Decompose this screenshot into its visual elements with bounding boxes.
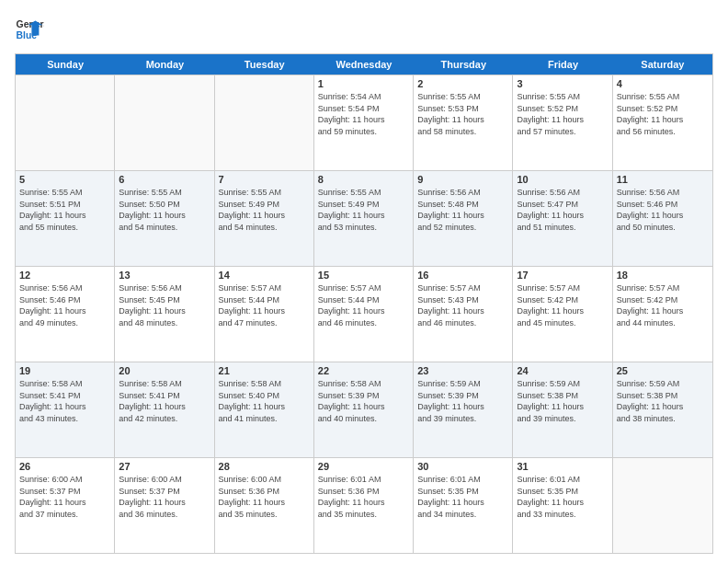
calendar-cell: 25Sunrise: 5:59 AM Sunset: 5:38 PM Dayli… (613, 362, 712, 457)
day-info: Sunrise: 6:01 AM Sunset: 5:36 PM Dayligh… (318, 474, 409, 520)
calendar-row: 1Sunrise: 5:54 AM Sunset: 5:54 PM Daylig… (16, 75, 712, 170)
day-number: 28 (219, 461, 310, 472)
calendar-row: 5Sunrise: 5:55 AM Sunset: 5:51 PM Daylig… (16, 170, 712, 266)
day-number: 2 (417, 78, 508, 89)
calendar-cell: 2Sunrise: 5:55 AM Sunset: 5:53 PM Daylig… (414, 75, 513, 170)
calendar-cell: 7Sunrise: 5:55 AM Sunset: 5:49 PM Daylig… (215, 171, 314, 266)
day-info: Sunrise: 5:57 AM Sunset: 5:44 PM Dayligh… (318, 282, 409, 328)
calendar-cell: 10Sunrise: 5:56 AM Sunset: 5:47 PM Dayli… (513, 171, 612, 266)
day-info: Sunrise: 5:55 AM Sunset: 5:53 PM Dayligh… (417, 91, 508, 137)
weekday-header: Friday (513, 54, 612, 75)
day-info: Sunrise: 5:56 AM Sunset: 5:46 PM Dayligh… (617, 187, 709, 233)
day-number: 9 (417, 174, 508, 185)
day-number: 3 (517, 78, 608, 89)
day-number: 26 (19, 461, 110, 472)
day-info: Sunrise: 5:55 AM Sunset: 5:49 PM Dayligh… (318, 187, 409, 233)
day-number: 31 (517, 461, 608, 472)
calendar-row: 26Sunrise: 6:00 AM Sunset: 5:37 PM Dayli… (16, 457, 712, 553)
day-number: 18 (617, 270, 709, 281)
calendar-cell (613, 458, 712, 553)
day-number: 4 (617, 78, 709, 89)
calendar-row: 19Sunrise: 5:58 AM Sunset: 5:41 PM Dayli… (16, 362, 712, 457)
day-number: 10 (517, 174, 608, 185)
calendar-cell (16, 75, 115, 170)
day-number: 14 (219, 270, 310, 281)
day-info: Sunrise: 5:56 AM Sunset: 5:46 PM Dayligh… (19, 282, 110, 328)
calendar-cell: 17Sunrise: 5:57 AM Sunset: 5:42 PM Dayli… (513, 267, 612, 362)
calendar-cell: 27Sunrise: 6:00 AM Sunset: 5:37 PM Dayli… (115, 458, 214, 553)
day-info: Sunrise: 5:58 AM Sunset: 5:39 PM Dayligh… (318, 378, 409, 424)
day-number: 7 (219, 174, 310, 185)
calendar-cell: 8Sunrise: 5:55 AM Sunset: 5:49 PM Daylig… (314, 171, 414, 266)
weekday-header: Tuesday (215, 54, 314, 75)
calendar-cell: 1Sunrise: 5:54 AM Sunset: 5:54 PM Daylig… (314, 75, 414, 170)
day-info: Sunrise: 6:00 AM Sunset: 5:37 PM Dayligh… (119, 474, 210, 520)
day-number: 21 (219, 365, 310, 376)
calendar-cell: 24Sunrise: 5:59 AM Sunset: 5:38 PM Dayli… (513, 362, 612, 457)
day-info: Sunrise: 5:56 AM Sunset: 5:47 PM Dayligh… (517, 187, 608, 233)
calendar-cell (215, 75, 314, 170)
page: General Blue SundayMondayTuesdayWednesda… (0, 0, 728, 563)
day-info: Sunrise: 5:55 AM Sunset: 5:51 PM Dayligh… (19, 187, 110, 233)
day-number: 27 (119, 461, 210, 472)
day-info: Sunrise: 5:55 AM Sunset: 5:52 PM Dayligh… (617, 91, 709, 137)
calendar-cell: 4Sunrise: 5:55 AM Sunset: 5:52 PM Daylig… (613, 75, 712, 170)
day-info: Sunrise: 6:01 AM Sunset: 5:35 PM Dayligh… (417, 474, 508, 520)
day-number: 24 (517, 365, 608, 376)
day-number: 12 (19, 270, 110, 281)
calendar-cell: 20Sunrise: 5:58 AM Sunset: 5:41 PM Dayli… (115, 362, 214, 457)
day-info: Sunrise: 5:57 AM Sunset: 5:42 PM Dayligh… (517, 282, 608, 328)
calendar-cell: 12Sunrise: 5:56 AM Sunset: 5:46 PM Dayli… (16, 267, 115, 362)
day-info: Sunrise: 5:55 AM Sunset: 5:52 PM Dayligh… (517, 91, 608, 137)
day-info: Sunrise: 5:58 AM Sunset: 5:41 PM Dayligh… (19, 378, 110, 424)
weekday-header: Wednesday (314, 54, 414, 75)
calendar-cell: 29Sunrise: 6:01 AM Sunset: 5:36 PM Dayli… (314, 458, 414, 553)
calendar-cell: 19Sunrise: 5:58 AM Sunset: 5:41 PM Dayli… (16, 362, 115, 457)
calendar-cell: 15Sunrise: 5:57 AM Sunset: 5:44 PM Dayli… (314, 267, 414, 362)
calendar-cell: 18Sunrise: 5:57 AM Sunset: 5:42 PM Dayli… (613, 267, 712, 362)
day-number: 22 (318, 365, 409, 376)
logo: General Blue (15, 15, 44, 44)
calendar-cell: 28Sunrise: 6:00 AM Sunset: 5:36 PM Dayli… (215, 458, 314, 553)
day-info: Sunrise: 6:01 AM Sunset: 5:35 PM Dayligh… (517, 474, 608, 520)
calendar-cell: 13Sunrise: 5:56 AM Sunset: 5:45 PM Dayli… (115, 267, 214, 362)
day-number: 8 (318, 174, 409, 185)
day-number: 6 (119, 174, 210, 185)
header: General Blue (15, 15, 713, 44)
calendar-cell: 3Sunrise: 5:55 AM Sunset: 5:52 PM Daylig… (513, 75, 612, 170)
logo-icon: General Blue (15, 15, 44, 44)
day-number: 25 (617, 365, 709, 376)
calendar-cell: 30Sunrise: 6:01 AM Sunset: 5:35 PM Dayli… (414, 458, 513, 553)
weekday-header: Saturday (613, 54, 712, 75)
calendar-cell: 11Sunrise: 5:56 AM Sunset: 5:46 PM Dayli… (613, 171, 712, 266)
calendar-cell: 26Sunrise: 6:00 AM Sunset: 5:37 PM Dayli… (16, 458, 115, 553)
day-number: 16 (417, 270, 508, 281)
day-info: Sunrise: 6:00 AM Sunset: 5:37 PM Dayligh… (19, 474, 110, 520)
day-number: 23 (417, 365, 508, 376)
day-info: Sunrise: 5:57 AM Sunset: 5:42 PM Dayligh… (617, 282, 709, 328)
calendar-header: SundayMondayTuesdayWednesdayThursdayFrid… (16, 54, 712, 75)
calendar-row: 12Sunrise: 5:56 AM Sunset: 5:46 PM Dayli… (16, 266, 712, 362)
calendar-cell: 6Sunrise: 5:55 AM Sunset: 5:50 PM Daylig… (115, 171, 214, 266)
calendar-cell: 9Sunrise: 5:56 AM Sunset: 5:48 PM Daylig… (414, 171, 513, 266)
weekday-header: Thursday (414, 54, 513, 75)
day-info: Sunrise: 6:00 AM Sunset: 5:36 PM Dayligh… (219, 474, 310, 520)
calendar-cell: 16Sunrise: 5:57 AM Sunset: 5:43 PM Dayli… (414, 267, 513, 362)
calendar: SundayMondayTuesdayWednesdayThursdayFrid… (15, 53, 713, 554)
day-info: Sunrise: 5:58 AM Sunset: 5:41 PM Dayligh… (119, 378, 210, 424)
weekday-header: Monday (115, 54, 214, 75)
day-number: 20 (119, 365, 210, 376)
day-number: 13 (119, 270, 210, 281)
calendar-cell: 31Sunrise: 6:01 AM Sunset: 5:35 PM Dayli… (513, 458, 612, 553)
calendar-cell: 23Sunrise: 5:59 AM Sunset: 5:39 PM Dayli… (414, 362, 513, 457)
calendar-body: 1Sunrise: 5:54 AM Sunset: 5:54 PM Daylig… (16, 75, 712, 553)
day-info: Sunrise: 5:59 AM Sunset: 5:38 PM Dayligh… (517, 378, 608, 424)
calendar-cell (115, 75, 214, 170)
day-number: 5 (19, 174, 110, 185)
day-info: Sunrise: 5:59 AM Sunset: 5:38 PM Dayligh… (617, 378, 709, 424)
weekday-header: Sunday (16, 54, 115, 75)
day-info: Sunrise: 5:58 AM Sunset: 5:40 PM Dayligh… (219, 378, 310, 424)
day-number: 30 (417, 461, 508, 472)
day-info: Sunrise: 5:57 AM Sunset: 5:43 PM Dayligh… (417, 282, 508, 328)
day-info: Sunrise: 5:55 AM Sunset: 5:49 PM Dayligh… (219, 187, 310, 233)
